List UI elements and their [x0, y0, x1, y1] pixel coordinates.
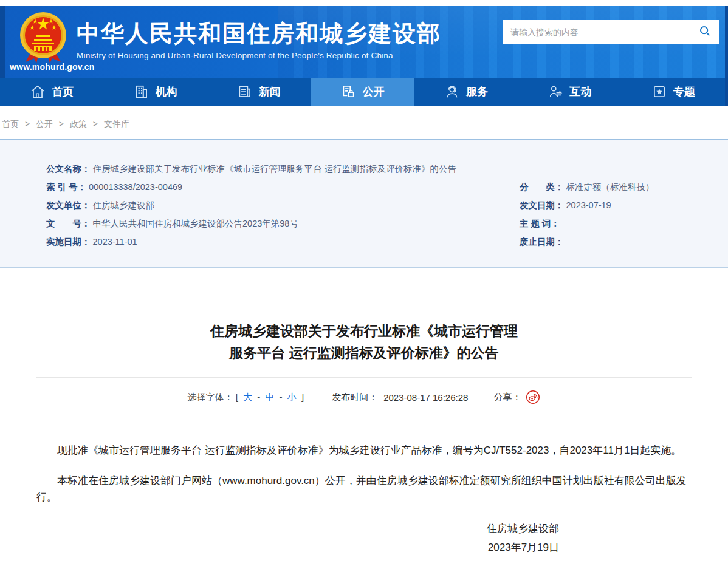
bracket-open: [ [236, 392, 238, 402]
publish-time-value: 2023-08-17 16:26:28 [383, 392, 468, 403]
breadcrumb: 首页 > 公开 > 政策 > 文件库 [0, 119, 728, 130]
nav-label: 互动 [569, 84, 591, 99]
font-selector-label: 选择字体： [188, 392, 233, 402]
article-paragraph: 现批准《城市运行管理服务平台 运行监测指标及评价标准》为城乡建设行业产品标准，编… [36, 442, 692, 458]
title-divider [36, 377, 692, 378]
implementation-date-value: 2023-11-01 [93, 237, 137, 247]
topics-icon [651, 84, 667, 100]
font-size-large-link[interactable]: 大 [243, 392, 252, 402]
issue-date-value: 2023-07-19 [566, 200, 611, 210]
document-meta-panel: 公文名称： 住房城乡建设部关于发布行业标准《城市运行管理服务平台 运行监测指标及… [0, 139, 728, 268]
breadcrumb-separator: > [25, 119, 30, 129]
subject-words-label: 主 题 词： [520, 218, 560, 230]
nav-item-news[interactable]: 新闻 [207, 78, 311, 106]
share-label: 分享： [493, 392, 521, 403]
issue-date-label: 发文日期： [520, 200, 564, 211]
nav-item-topics[interactable]: 专题 [622, 78, 725, 106]
breadcrumb-separator: > [93, 119, 98, 129]
doc-number-label: 文 号： [46, 218, 91, 230]
nav-label: 专题 [673, 84, 695, 99]
national-emblem-logo [18, 10, 68, 68]
main-nav: 首页 机构 新闻 公开 [0, 78, 725, 106]
nav-label: 机构 [156, 84, 177, 99]
breadcrumb-separator: > [59, 119, 64, 129]
news-icon [237, 84, 253, 100]
publish-time-label: 发布时间： [332, 392, 377, 403]
implementation-date-label: 实施日期： [46, 236, 91, 248]
site-header: www.mohurd.gov.cn 中华人民共和国住房和城乡建设部 Minist… [0, 6, 728, 106]
font-size-selector: 选择字体： [ 大 - 中 - 小 ] [188, 392, 304, 403]
organization-icon [134, 84, 149, 100]
site-subtitle-en: Ministry of Housing and Urban-Rural Deve… [77, 51, 441, 60]
font-size-small-link[interactable]: 小 [287, 392, 297, 402]
service-icon [444, 84, 460, 100]
index-number-label: 索 引 号： [46, 182, 86, 193]
signature-block: 住房城乡建设部 2023年7月19日 [36, 519, 692, 557]
disclosure-icon [340, 84, 356, 100]
nav-label: 首页 [52, 84, 74, 99]
doc-name-label: 公文名称： [46, 163, 91, 175]
signature-date: 2023年7月19日 [36, 538, 559, 557]
nav-label: 新闻 [259, 84, 281, 99]
site-title[interactable]: 中华人民共和国住房和城乡建设部 [77, 19, 441, 47]
section-divider [0, 293, 728, 293]
article-paragraph: 本标准在住房城乡建设部门户网站（www.mohurd.gov.cn）公开，并由住… [36, 472, 692, 505]
search-box [503, 20, 719, 44]
category-label: 分 类： [520, 182, 564, 193]
nav-item-service[interactable]: 服务 [414, 78, 518, 106]
search-button[interactable] [698, 24, 712, 39]
nav-item-disclosure[interactable]: 公开 [311, 78, 414, 106]
doc-number-value: 中华人民共和国住房和城乡建设部公告2023年第98号 [93, 218, 298, 230]
breadcrumb-disclosure[interactable]: 公开 [36, 119, 53, 129]
doc-name-value: 住房城乡建设部关于发布行业标准《城市运行管理服务平台 运行监测指标及评价标准》的… [93, 163, 457, 175]
font-size-separator: - [280, 392, 283, 402]
article-body: 现批准《城市运行管理服务平台 运行监测指标及评价标准》为城乡建设行业产品标准，编… [36, 442, 692, 505]
category-value: 标准定额（标准科技） [566, 182, 654, 193]
article-title-line1: 住房城乡建设部关于发布行业标准《城市运行管理 [36, 320, 692, 342]
issuing-unit-value: 住房城乡建设部 [93, 200, 155, 211]
font-size-separator: - [257, 392, 260, 402]
nav-label: 服务 [466, 84, 488, 99]
site-url: www.mohurd.gov.cn [10, 62, 95, 72]
font-size-medium-link[interactable]: 中 [265, 392, 274, 402]
article-title: 住房城乡建设部关于发布行业标准《城市运行管理 服务平台 运行监测指标及评价标准》… [36, 320, 692, 364]
breadcrumb-library[interactable]: 文件库 [104, 119, 129, 129]
search-input[interactable] [510, 27, 698, 37]
home-icon [30, 84, 46, 100]
nav-item-organization[interactable]: 机构 [103, 78, 207, 106]
nav-label: 公开 [362, 84, 384, 99]
breadcrumb-home[interactable]: 首页 [2, 119, 19, 129]
article-title-line2: 服务平台 运行监测指标及评价标准》的公告 [36, 342, 692, 364]
share-bar: 分享： [493, 390, 540, 404]
weibo-icon[interactable] [526, 390, 540, 404]
nav-item-interaction[interactable]: 互动 [518, 78, 621, 106]
article: 住房城乡建设部关于发布行业标准《城市运行管理 服务平台 运行监测指标及评价标准》… [0, 320, 728, 557]
site-banner: www.mohurd.gov.cn 中华人民共和国住房和城乡建设部 Minist… [5, 6, 725, 78]
bracket-close: ] [301, 392, 304, 402]
nav-item-home[interactable]: 首页 [0, 78, 103, 106]
article-meta-bar: 选择字体： [ 大 - 中 - 小 ] 发布时间： 2023-08-17 16:… [36, 390, 692, 404]
abolition-date-label: 废止日期： [520, 236, 564, 248]
interaction-icon [548, 84, 563, 100]
issuing-unit-label: 发文单位： [46, 200, 91, 211]
signature-org: 住房城乡建设部 [36, 519, 559, 538]
index-number-value: 000013338/2023-00469 [89, 182, 182, 192]
breadcrumb-policy[interactable]: 政策 [70, 119, 87, 129]
search-icon [698, 24, 712, 39]
